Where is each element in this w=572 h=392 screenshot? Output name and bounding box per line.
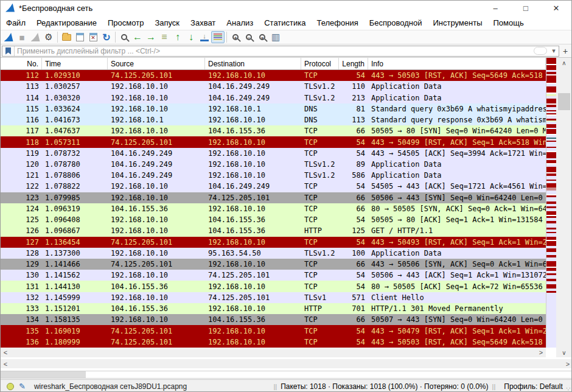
- cell-proto: TCP: [301, 70, 339, 81]
- packet-row-114[interactable]: 1141.030320192.168.10.10104.16.249.249TL…: [1, 92, 546, 103]
- cell-proto: TCP: [301, 148, 339, 159]
- go-first-icon[interactable]: ↑: [171, 31, 184, 43]
- column-header-length[interactable]: Length: [339, 58, 368, 69]
- save-file-icon[interactable]: [73, 31, 86, 43]
- packet-row-121[interactable]: 1211.078806104.16.249.249192.168.10.10TL…: [1, 170, 546, 181]
- column-header-protocol[interactable]: Protocol: [301, 58, 339, 69]
- packet-row-133[interactable]: 1331.151201104.16.155.36192.168.10.10HTT…: [1, 303, 546, 314]
- column-header-destination[interactable]: Destination: [205, 58, 301, 69]
- minimize-button[interactable]: –: [480, 1, 511, 15]
- find-packet-icon[interactable]: [117, 31, 131, 43]
- scroll-left-arrow-icon[interactable]: <: [1, 348, 10, 357]
- menu-инструменты[interactable]: Инструменты: [427, 16, 487, 29]
- packet-list: No.TimeSourceDestinationProtocolLengthIn…: [1, 58, 546, 348]
- packet-row-125[interactable]: 1251.096408192.168.10.10104.16.155.36TCP…: [1, 214, 546, 225]
- close-file-icon[interactable]: ✕: [86, 31, 100, 43]
- go-forward-icon[interactable]: →: [144, 31, 158, 43]
- packet-row-134[interactable]: 1341.158135192.168.10.10104.16.155.36TCP…: [1, 314, 546, 325]
- vertical-scrollbar[interactable]: ∧ ∨: [556, 58, 572, 357]
- menu-статистика[interactable]: Статистика: [259, 16, 311, 29]
- packet-row-117[interactable]: 1171.047637192.168.10.10104.16.155.36TCP…: [1, 125, 546, 136]
- menu-редактирование[interactable]: Редактирование: [31, 16, 102, 29]
- capture-options-icon[interactable]: ⚙: [42, 31, 55, 43]
- packet-row-120[interactable]: 1201.078780104.16.249.249192.168.10.10TL…: [1, 159, 546, 170]
- scroll-left-arrow-icon[interactable]: <: [1, 359, 10, 368]
- packet-row-136[interactable]: 1361.18099974.125.205.101192.168.10.10TC…: [1, 337, 546, 348]
- capture-comment-icon[interactable]: ✎: [19, 382, 26, 391]
- cell-src: 192.168.10.10: [108, 92, 205, 103]
- scroll-right-arrow-icon[interactable]: >: [563, 359, 572, 368]
- cell-no: 130: [1, 270, 42, 281]
- restart-capture-icon[interactable]: [29, 31, 42, 43]
- packet-row-132[interactable]: 1321.145999192.168.10.1074.125.205.101TL…: [1, 292, 546, 303]
- packet-row-126[interactable]: 1261.096867192.168.10.10104.16.155.36HTT…: [1, 225, 546, 236]
- reload-file-icon[interactable]: ↻: [100, 31, 113, 43]
- menu-анализ[interactable]: Анализ: [221, 16, 259, 29]
- filter-apply-button[interactable]: [534, 47, 547, 55]
- packet-row-124[interactable]: 1241.096319104.16.155.36192.168.10.10TCP…: [1, 203, 546, 214]
- cell-len: 66: [339, 125, 368, 136]
- cell-src: 192.168.10.10: [108, 248, 205, 259]
- scroll-up-arrow-icon[interactable]: ∧: [556, 58, 572, 68]
- cell-dst: 192.168.10.10: [205, 70, 301, 81]
- close-button[interactable]: ✕: [541, 1, 571, 15]
- packet-row-135[interactable]: 1351.16901974.125.205.101192.168.10.10TC…: [1, 325, 546, 336]
- packet-row-123[interactable]: 1231.079985192.168.10.1074.125.205.101TC…: [1, 192, 546, 203]
- display-filter-input[interactable]: [15, 46, 534, 56]
- menu-помощь[interactable]: Помощь: [488, 16, 529, 29]
- filter-bookmark-button[interactable]: [2, 46, 15, 56]
- go-back-icon[interactable]: ←: [131, 31, 144, 43]
- packet-minimap[interactable]: [546, 58, 556, 348]
- menu-запуск[interactable]: Запуск: [149, 16, 185, 29]
- packet-row-116[interactable]: 1161.041673192.168.10.1192.168.10.10DNS1…: [1, 114, 546, 125]
- packet-row-112[interactable]: 1121.02931074.125.205.101192.168.10.10TC…: [1, 70, 546, 81]
- profile-label[interactable]: Профиль: Default: [499, 382, 567, 391]
- packet-row-129[interactable]: 1291.14146674.125.205.101192.168.10.10TC…: [1, 259, 546, 270]
- column-header-info[interactable]: Info: [368, 58, 546, 69]
- start-capture-icon[interactable]: [2, 31, 15, 43]
- zoom-reset-icon[interactable]: ×: [256, 31, 269, 43]
- zoom-out-icon[interactable]: −: [242, 31, 256, 43]
- menu-захват[interactable]: Захват: [185, 16, 221, 29]
- cell-info: Application Data: [368, 92, 546, 103]
- column-header-no[interactable]: No.: [1, 58, 42, 69]
- packet-row-113[interactable]: 1131.030257192.168.10.10104.16.249.249TL…: [1, 81, 546, 92]
- menu-телефония[interactable]: Телефония: [311, 16, 363, 29]
- cell-info: 50506 → 443 [ACK] Seq=1 Ack=1 Win=131072: [368, 270, 546, 281]
- menu-просмотр[interactable]: Просмотр: [102, 16, 149, 29]
- expert-info-icon[interactable]: [7, 383, 14, 390]
- cell-src: 74.125.205.101: [108, 259, 205, 270]
- packet-row-130[interactable]: 1301.141562192.168.10.1074.125.205.101TC…: [1, 270, 546, 281]
- packet-row-122[interactable]: 1221.078822192.168.10.10104.16.249.249TC…: [1, 181, 546, 192]
- auto-scroll-icon[interactable]: ↓: [198, 31, 211, 43]
- packet-row-131[interactable]: 1311.144130104.16.155.36192.168.10.10TCP…: [1, 281, 546, 292]
- colorize-icon[interactable]: [211, 31, 225, 43]
- go-last-icon[interactable]: ↓: [184, 31, 198, 43]
- cell-info: Application Data: [368, 248, 546, 259]
- packet-row-128[interactable]: 1281.137300192.168.10.1095.163.54.50TLSv…: [1, 248, 546, 259]
- vertical-scroll-thumb[interactable]: [558, 93, 570, 110]
- packet-row-127[interactable]: 1271.13645474.125.205.101192.168.10.10TC…: [1, 237, 546, 248]
- stop-capture-icon[interactable]: ■: [15, 31, 29, 43]
- cell-info: 443 → 50479 [RST, ACK] Seq=1 Ack=1 Win=2…: [368, 325, 546, 336]
- scroll-down-arrow-icon[interactable]: ∨: [556, 348, 572, 357]
- filter-dropdown-button[interactable]: ▾: [549, 46, 559, 56]
- scroll-right-arrow-icon[interactable]: >: [536, 348, 546, 357]
- go-to-packet-icon[interactable]: ≡: [158, 31, 171, 43]
- zoom-in-icon[interactable]: +: [229, 31, 242, 43]
- menu-беспроводной[interactable]: Беспроводной: [364, 16, 428, 29]
- menu-файл[interactable]: Файл: [1, 16, 31, 29]
- packet-row-115[interactable]: 1151.033624192.168.10.10192.168.10.1DNS8…: [1, 103, 546, 114]
- packet-row-119[interactable]: 1191.078732104.16.249.249192.168.10.10TC…: [1, 148, 546, 159]
- open-file-icon[interactable]: [60, 31, 73, 43]
- horizontal-scrollbar-list[interactable]: < >: [1, 348, 546, 357]
- maximize-button[interactable]: □: [511, 1, 541, 15]
- filter-add-button[interactable]: +: [560, 46, 570, 56]
- packet-row-118[interactable]: 1181.05731174.125.205.101192.168.10.10TC…: [1, 136, 546, 147]
- cell-dst: 74.125.205.101: [205, 270, 301, 281]
- column-header-source[interactable]: Source: [108, 58, 205, 69]
- horizontal-scrollbar-detail[interactable]: < >: [1, 359, 572, 368]
- cell-info: HTTP/1.1 301 Moved Permanently: [368, 303, 546, 314]
- column-header-time[interactable]: Time: [42, 58, 108, 69]
- resize-columns-icon[interactable]: ▥: [269, 31, 282, 43]
